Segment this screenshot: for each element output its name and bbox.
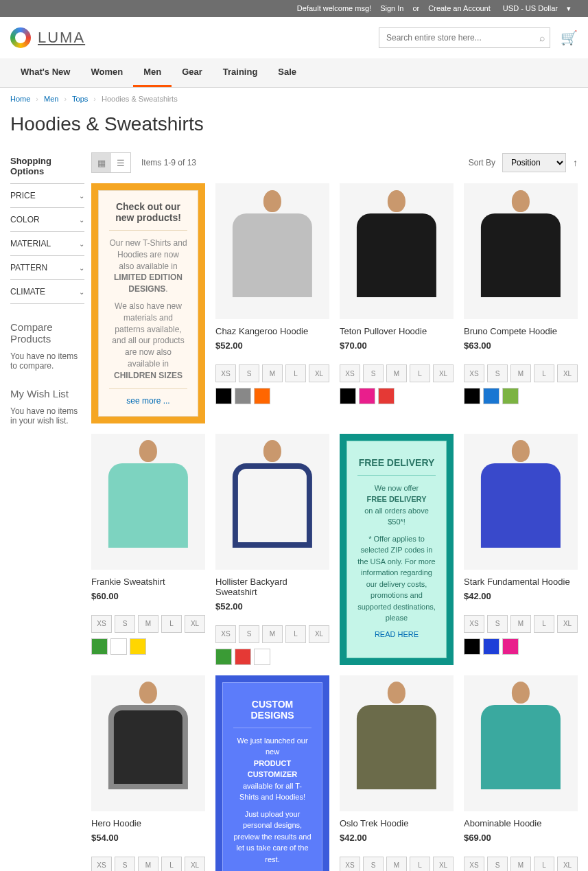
size-swatch[interactable]: XS: [91, 615, 112, 633]
size-swatch[interactable]: L: [285, 364, 306, 382]
breadcrumb-item[interactable]: Men: [44, 95, 58, 103]
size-swatch[interactable]: XL: [309, 364, 329, 382]
color-swatch[interactable]: [464, 638, 480, 655]
signin-link[interactable]: Sign In: [380, 4, 403, 12]
size-swatch[interactable]: XL: [433, 857, 454, 871]
size-swatch[interactable]: M: [386, 364, 407, 382]
color-swatch[interactable]: [130, 638, 146, 655]
product-name[interactable]: Abominable Hoodie: [464, 818, 578, 828]
color-swatch[interactable]: [235, 649, 251, 665]
size-swatch[interactable]: XS: [91, 857, 112, 871]
product-image[interactable]: [340, 183, 454, 319]
nav-women[interactable]: Women: [80, 58, 133, 87]
grid-view-icon[interactable]: ▦: [92, 153, 111, 172]
color-swatch[interactable]: [110, 638, 127, 655]
color-swatch[interactable]: [91, 638, 108, 655]
size-swatch[interactable]: S: [115, 857, 135, 871]
size-swatch[interactable]: S: [363, 364, 384, 382]
promo-link[interactable]: READ HERE: [375, 630, 419, 638]
nav-training[interactable]: Training: [213, 58, 268, 87]
product-name[interactable]: Stark Fundamental Hoodie: [464, 577, 578, 587]
size-swatch[interactable]: L: [410, 857, 430, 871]
size-swatch[interactable]: XS: [215, 625, 236, 643]
color-swatch[interactable]: [254, 388, 270, 404]
filter-price[interactable]: PRICE⌄: [10, 183, 84, 207]
size-swatch[interactable]: XL: [309, 625, 329, 643]
size-swatch[interactable]: M: [386, 857, 407, 871]
product-image[interactable]: [215, 183, 329, 319]
color-swatch[interactable]: [483, 638, 499, 655]
size-swatch[interactable]: S: [115, 615, 135, 633]
size-swatch[interactable]: S: [239, 625, 259, 643]
search-input[interactable]: [379, 27, 550, 48]
color-swatch[interactable]: [359, 388, 375, 404]
product-name[interactable]: Bruno Compete Hoodie: [464, 326, 578, 336]
product-image[interactable]: [340, 675, 454, 811]
create-account-link[interactable]: Create an Account: [428, 4, 491, 12]
color-swatch[interactable]: [502, 388, 519, 404]
size-swatch[interactable]: L: [534, 364, 554, 382]
size-swatch[interactable]: M: [510, 857, 531, 871]
filter-color[interactable]: COLOR⌄: [10, 207, 84, 231]
size-swatch[interactable]: S: [487, 364, 508, 382]
logo[interactable]: LUMA: [10, 27, 85, 48]
search-icon[interactable]: ⌕: [539, 32, 545, 43]
size-swatch[interactable]: L: [534, 615, 554, 633]
product-name[interactable]: Hero Hoodie: [91, 818, 205, 828]
product-name[interactable]: Frankie Sweatshirt: [91, 577, 205, 587]
size-swatch[interactable]: M: [138, 615, 158, 633]
size-swatch[interactable]: M: [510, 364, 531, 382]
list-view-icon[interactable]: ☰: [111, 153, 130, 172]
nav-whatsnew[interactable]: What's New: [10, 58, 80, 87]
size-swatch[interactable]: M: [510, 615, 531, 633]
size-swatch[interactable]: M: [262, 625, 283, 643]
nav-gear[interactable]: Gear: [172, 58, 213, 87]
promo-link[interactable]: see more ...: [126, 396, 169, 406]
color-swatch[interactable]: [235, 388, 251, 404]
size-swatch[interactable]: XS: [464, 364, 484, 382]
size-swatch[interactable]: S: [363, 857, 384, 871]
product-name[interactable]: Oslo Trek Hoodie: [340, 818, 454, 828]
product-image[interactable]: [91, 434, 205, 570]
size-swatch[interactable]: M: [138, 857, 158, 871]
size-swatch[interactable]: XS: [340, 857, 360, 871]
filter-material[interactable]: MATERIAL⌄: [10, 231, 84, 255]
nav-sale[interactable]: Sale: [268, 58, 307, 87]
breadcrumb-item[interactable]: Tops: [72, 95, 88, 103]
product-name[interactable]: Teton Pullover Hoodie: [340, 326, 454, 336]
size-swatch[interactable]: XL: [557, 364, 578, 382]
size-swatch[interactable]: XS: [215, 364, 236, 382]
product-image[interactable]: [464, 434, 578, 570]
size-swatch[interactable]: S: [487, 857, 508, 871]
color-swatch[interactable]: [340, 388, 356, 404]
product-image[interactable]: [464, 183, 578, 319]
color-swatch[interactable]: [464, 388, 480, 404]
size-swatch[interactable]: XL: [185, 615, 205, 633]
color-swatch[interactable]: [378, 388, 395, 404]
size-swatch[interactable]: XL: [433, 364, 454, 382]
color-swatch[interactable]: [254, 649, 270, 665]
size-swatch[interactable]: L: [161, 615, 182, 633]
size-swatch[interactable]: L: [161, 857, 182, 871]
size-swatch[interactable]: XL: [557, 615, 578, 633]
size-swatch[interactable]: XL: [185, 857, 205, 871]
size-swatch[interactable]: S: [487, 615, 508, 633]
size-swatch[interactable]: XS: [340, 364, 360, 382]
currency-switcher[interactable]: USD - US Dollar ▾: [499, 4, 574, 12]
color-swatch[interactable]: [483, 388, 499, 404]
size-swatch[interactable]: L: [285, 625, 306, 643]
size-swatch[interactable]: XL: [557, 857, 578, 871]
product-name[interactable]: Chaz Kangeroo Hoodie: [215, 326, 329, 336]
breadcrumb-item[interactable]: Home: [10, 95, 30, 103]
size-swatch[interactable]: M: [262, 364, 283, 382]
color-swatch[interactable]: [215, 388, 232, 404]
filter-pattern[interactable]: PATTERN⌄: [10, 255, 84, 279]
color-swatch[interactable]: [502, 638, 519, 655]
size-swatch[interactable]: L: [410, 364, 430, 382]
size-swatch[interactable]: S: [239, 364, 259, 382]
filter-climate[interactable]: CLIMATE⌄: [10, 279, 84, 304]
product-image[interactable]: [91, 675, 205, 811]
product-image[interactable]: [215, 434, 329, 570]
product-image[interactable]: [464, 675, 578, 811]
size-swatch[interactable]: L: [534, 857, 554, 871]
